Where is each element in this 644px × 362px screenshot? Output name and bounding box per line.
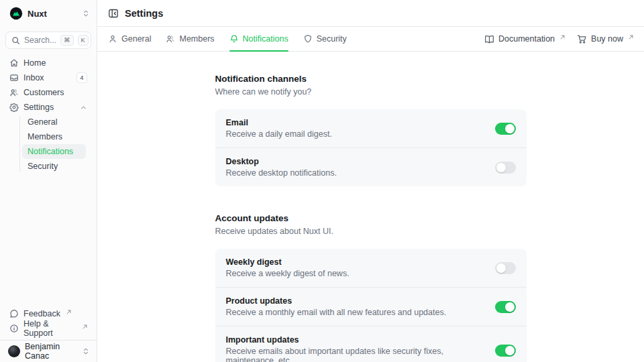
weekly-digest-toggle[interactable] xyxy=(495,262,516,274)
setting-description: Receive a monthly email with all new fea… xyxy=(226,308,484,317)
tabbar-actions: Documentation Buy now xyxy=(484,34,633,44)
sidebar-collapse-icon[interactable] xyxy=(108,8,119,19)
sidebar-item-security[interactable]: Security xyxy=(22,159,86,174)
sidebar-item-members[interactable]: Members xyxy=(22,129,86,144)
setting-row-weekly-digest: Weekly digest Receive a weekly digest of… xyxy=(215,249,527,287)
setting-description: Receive a weekly digest of news. xyxy=(226,269,484,278)
sidebar-item-label: Members xyxy=(28,132,62,141)
section-title: Notification channels xyxy=(215,74,527,84)
section-title: Account updates xyxy=(215,213,527,223)
tab-members[interactable]: Members xyxy=(166,27,214,51)
chat-bubble-icon xyxy=(9,309,19,318)
chevron-up-icon xyxy=(80,104,87,111)
sidebar-item-home[interactable]: Home xyxy=(5,56,91,70)
search-placeholder: Search... xyxy=(24,36,56,45)
settings-card: Weekly digest Receive a weekly digest of… xyxy=(215,249,527,362)
users-icon xyxy=(166,34,175,44)
sidebar-item-label: Settings xyxy=(23,103,54,112)
page-header: Settings xyxy=(97,0,644,27)
setting-row-desktop: Desktop Receive desktop notifications. xyxy=(215,147,527,186)
kbd-meta: ⌘ xyxy=(60,35,74,45)
select-chevrons-icon xyxy=(82,9,90,17)
setting-title: Weekly digest xyxy=(226,257,484,267)
sidebar: Nuxt Search... ⌘ K Home xyxy=(0,0,97,362)
sidebar-item-label: Help & Support xyxy=(23,319,76,338)
kbd-k: K xyxy=(78,35,89,45)
user-icon xyxy=(108,34,117,44)
users-icon xyxy=(9,88,19,97)
sidebar-item-inbox[interactable]: Inbox 4 xyxy=(5,70,91,85)
product-updates-toggle[interactable] xyxy=(495,301,516,313)
page-title: Settings xyxy=(125,8,163,19)
cart-icon xyxy=(577,34,587,44)
bell-icon xyxy=(229,34,239,44)
tab-security[interactable]: Security xyxy=(303,27,347,51)
search-icon xyxy=(11,36,20,45)
sidebar-item-label: Inbox xyxy=(23,73,44,82)
tab-label: Members xyxy=(179,34,214,44)
sidebar-footer-nav: Feedback Help & Support xyxy=(0,306,97,340)
sidebar-item-help-support[interactable]: Help & Support xyxy=(5,321,91,336)
tab-bar: General Members Notifications xyxy=(97,27,644,52)
section-account-updates: Account updates Receive updates about Nu… xyxy=(215,213,527,362)
external-link-icon xyxy=(629,35,633,40)
settings-card: Email Receive a daily email digest. Desk… xyxy=(215,109,527,186)
settings-content: Notification channels Where can we notif… xyxy=(97,52,644,362)
sidebar-item-customers[interactable]: Customers xyxy=(5,85,91,100)
setting-row-email: Email Receive a daily email digest. xyxy=(215,109,527,147)
setting-row-product-updates: Product updates Receive a monthly email … xyxy=(215,287,527,326)
tab-label: Notifications xyxy=(243,34,288,44)
avatar xyxy=(8,345,20,357)
external-link-icon xyxy=(83,324,87,329)
settings-submenu: General Members Notifications Security xyxy=(19,115,91,174)
external-link-icon xyxy=(560,35,565,40)
gear-icon xyxy=(9,103,19,112)
tab-general[interactable]: General xyxy=(108,27,151,51)
setting-description: Receive desktop notifications. xyxy=(226,168,484,178)
setting-description: Receive a daily email digest. xyxy=(226,129,484,139)
tab-label: Security xyxy=(317,34,347,44)
tab-notifications[interactable]: Notifications xyxy=(229,27,288,51)
setting-title: Desktop xyxy=(226,157,484,166)
shield-icon xyxy=(303,34,313,44)
sidebar-item-label: Notifications xyxy=(28,147,73,156)
sidebar-item-label: Security xyxy=(28,162,58,171)
sidebar-item-label: General xyxy=(28,117,57,127)
sidebar-nav: Home Inbox 4 Customers xyxy=(0,56,97,174)
info-circle-icon xyxy=(9,324,19,333)
setting-title: Important updates xyxy=(226,335,484,345)
sidebar-item-general[interactable]: General xyxy=(22,115,86,129)
action-label: Documentation xyxy=(498,34,555,44)
workspace-switcher[interactable]: Nuxt xyxy=(0,0,97,27)
search-input[interactable]: Search... ⌘ K xyxy=(5,32,91,49)
setting-description: Receive emails about important updates l… xyxy=(226,347,484,362)
main-panel: Settings General Members xyxy=(97,0,644,362)
setting-title: Email xyxy=(226,118,484,127)
external-link-icon xyxy=(66,310,71,314)
inbox-count-badge: 4 xyxy=(76,72,87,82)
section-description: Where can we notify you? xyxy=(215,87,527,97)
book-icon xyxy=(484,34,494,44)
sidebar-item-label: Feedback xyxy=(23,309,60,318)
sidebar-item-label: Home xyxy=(23,58,46,68)
sidebar-item-notifications[interactable]: Notifications xyxy=(22,144,86,159)
section-description: Receive updates about Nuxt UI. xyxy=(215,227,527,236)
sidebar-spacer xyxy=(0,174,97,306)
sidebar-item-settings[interactable]: Settings xyxy=(5,100,91,115)
tab-label: General xyxy=(121,34,151,44)
documentation-link[interactable]: Documentation xyxy=(484,34,565,44)
setting-title: Product updates xyxy=(226,296,484,306)
desktop-toggle[interactable] xyxy=(495,162,516,174)
nuxt-logo-icon xyxy=(9,7,23,20)
action-label: Buy now xyxy=(591,34,623,44)
buy-now-button[interactable]: Buy now xyxy=(577,34,633,44)
important-updates-toggle[interactable] xyxy=(495,345,516,357)
user-name: Benjamin Canac xyxy=(25,342,77,361)
email-toggle[interactable] xyxy=(495,123,516,135)
inbox-icon xyxy=(9,73,19,82)
select-chevrons-icon xyxy=(82,347,90,355)
home-icon xyxy=(9,58,19,68)
section-notification-channels: Notification channels Where can we notif… xyxy=(215,74,527,186)
user-menu[interactable]: Benjamin Canac xyxy=(0,340,97,362)
sidebar-item-label: Customers xyxy=(23,88,64,97)
